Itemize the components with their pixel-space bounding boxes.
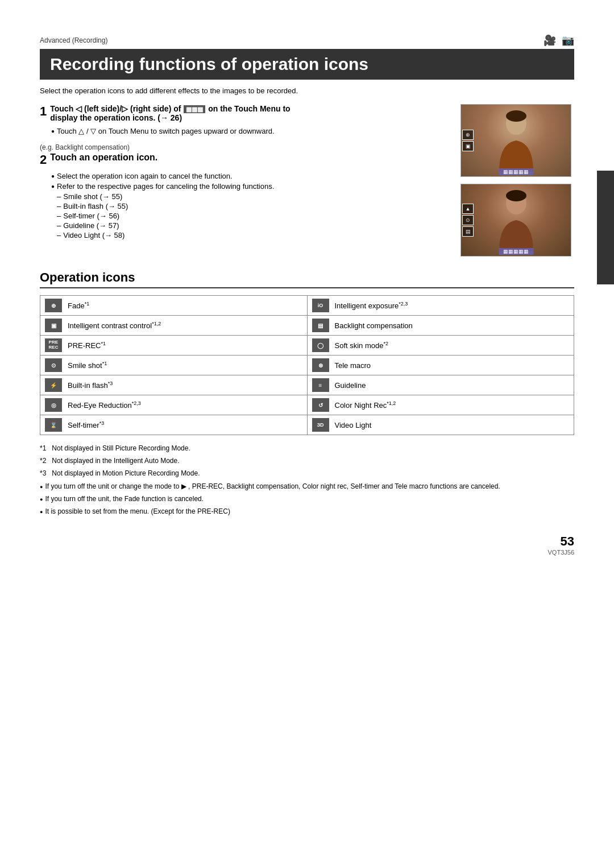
- redeye-label: Red-Eye Reduction*2,3: [68, 400, 141, 410]
- icon-row-fade: ⊕ Fade*1: [40, 296, 308, 316]
- footnote-bullet-3: It is possible to set from the menu. (Ex…: [40, 506, 574, 517]
- backlight-label: Backlight compensation: [335, 321, 413, 330]
- top-icons: 🎥 📷: [544, 34, 574, 47]
- videolight-label: Video Light: [335, 421, 372, 429]
- step2-line: 2 Touch an operation icon.: [40, 152, 449, 167]
- step2-bullet1: Select the operation icon again to cance…: [51, 172, 449, 180]
- step2-container: (e.g. Backlight compensation) 2 Touch an…: [40, 143, 449, 239]
- svg-point-3: [506, 190, 526, 201]
- subtitle-text: Select the operation icons to add differ…: [40, 86, 574, 95]
- step2-bullet1-text: Select the operation icon again to cance…: [57, 172, 233, 180]
- intelligent-exposure-label: Intelligent exposure*2,3: [335, 301, 408, 310]
- portrait-image-bottom: ▲ ⊙ ▤ ▦▦▦▦▦: [460, 184, 571, 257]
- portrait-person-top-bg: [461, 105, 571, 176]
- icon-row-prerec: PREREC PRE-REC*1: [40, 336, 308, 356]
- prerec-label: PRE-REC*1: [68, 341, 106, 350]
- portrait-top-icon1: ⊕: [462, 130, 474, 140]
- portrait-bottom-icon1: ▲: [462, 204, 474, 214]
- prerec-icon: PREREC: [45, 338, 62, 352]
- step1-number: 1: [40, 104, 47, 119]
- icon-row-colornight: ↺ Color Night Rec*1,2: [308, 395, 575, 415]
- backlight-icon: ▤: [312, 319, 329, 332]
- footnotes: *1 Not displayed in Still Picture Record…: [40, 443, 574, 517]
- version-ref: VQT3J56: [40, 549, 574, 556]
- step1-content: Touch ◁ (left side)/▷ (right side) of ▦▦…: [50, 104, 290, 122]
- icons-table: ⊕ Fade*1 iO Intelligent exposure*2,3 ▣ I…: [40, 295, 574, 435]
- footnote-3: *3 Not displayed in Motion Picture Recor…: [40, 468, 574, 479]
- selftimer-icon: ⌛: [45, 418, 62, 432]
- fade-label: Fade*1: [68, 301, 89, 310]
- page-container: Advanced (Recording) 🎥 📷 Recording funct…: [0, 0, 614, 868]
- step2-label: (e.g. Backlight compensation): [40, 143, 449, 151]
- icon-row-videolight: ЗD Video Light: [308, 415, 575, 435]
- icon-row-backlight: ▤ Backlight compensation: [308, 316, 575, 336]
- portrait-bottom-icon3: ▤: [462, 226, 474, 237]
- flash-icon: ⚡: [45, 378, 62, 392]
- softskin-icon: ◯: [312, 338, 329, 352]
- portrait-top-menu-bar: ▦▦▦▦▦: [499, 168, 533, 175]
- portrait-top-ui-left: ⊕ ▣: [462, 130, 474, 151]
- step1-bullet1: Touch △ / ▽ on Touch Menu to switch page…: [51, 127, 449, 135]
- main-content: 1 Touch ◁ (left side)/▷ (right side) of …: [40, 104, 574, 257]
- step2-main-text: Touch an operation icon.: [50, 152, 157, 163]
- camcorder-icon: 🎥: [544, 34, 556, 47]
- step1: 1 Touch ◁ (left side)/▷ (right side) of …: [40, 104, 449, 122]
- softskin-label: Soft skin mode*2: [335, 341, 389, 350]
- footnote-1: *1 Not displayed in Still Picture Record…: [40, 443, 574, 454]
- step1-text: Touch ◁ (left side)/▷ (right side) of ▦▦…: [50, 104, 290, 122]
- portrait-top-icon2: ▣: [462, 141, 474, 151]
- portrait-bottom-menu-bar: ▦▦▦▦▦: [499, 248, 533, 255]
- footnote-bullet-1: If you turn off the unit or change the m…: [40, 481, 574, 492]
- icon-row-intelligent-contrast: ▣ Intelligent contrast control*1,2: [40, 316, 308, 336]
- menu-icon: ▦▦▦: [183, 105, 206, 114]
- sidebar-black-tab: [597, 171, 614, 284]
- smile-label: Smile shot*1: [68, 361, 107, 370]
- telemacro-icon: ⊛: [312, 358, 329, 372]
- dash-item-1: Smile shot (→ 55): [57, 192, 449, 201]
- colornight-label: Color Night Rec*1,2: [335, 400, 396, 410]
- step1-bullet1-text: Touch △ / ▽ on Touch Menu to switch page…: [57, 127, 275, 135]
- icon-row-smile: ⊙ Smile shot*1: [40, 356, 308, 375]
- section-label: Advanced (Recording): [40, 36, 107, 44]
- operation-icons-title: Operation icons: [40, 270, 574, 288]
- icon-row-flash: ⚡ Built-in flash*3: [40, 375, 308, 395]
- flash-label: Built-in flash*3: [68, 381, 113, 390]
- page-title: Recording functions of operation icons: [40, 49, 574, 80]
- intelligent-contrast-icon: ▣: [45, 319, 62, 332]
- videolight-icon: ЗD: [312, 418, 329, 432]
- page-number: 53: [40, 534, 574, 549]
- colornight-icon: ↺: [312, 398, 329, 412]
- section-left: 1 Touch ◁ (left side)/▷ (right side) of …: [40, 104, 449, 257]
- person-svg-top: [493, 109, 539, 172]
- footnote-2: *2 Not displayed in the Intelligent Auto…: [40, 456, 574, 466]
- operation-section: Operation icons ⊕ Fade*1 iO Intelligent …: [40, 270, 574, 517]
- telemacro-label: Tele macro: [335, 361, 371, 370]
- intelligent-contrast-label: Intelligent contrast control*1,2: [68, 321, 161, 330]
- icon-row-intelligent-exposure: iO Intelligent exposure*2,3: [308, 296, 575, 316]
- portrait-image-top: ⊕ ▣ ▦▦▦▦▦: [460, 104, 571, 177]
- smile-icon: ⊙: [45, 358, 62, 372]
- dash-item-2: Built-in flash (→ 55): [57, 202, 449, 210]
- step2-number: 2: [40, 152, 47, 167]
- step2-bullet2-text: Refer to the respective pages for cancel…: [57, 182, 274, 191]
- icon-row-selftimer: ⌛ Self-timer*3: [40, 415, 308, 435]
- selftimer-label: Self-timer*3: [68, 420, 104, 429]
- top-label-row: Advanced (Recording) 🎥 📷: [40, 34, 574, 47]
- svg-point-1: [506, 110, 526, 122]
- intelligent-exposure-icon: iO: [312, 299, 329, 312]
- guideline-label: Guideline: [335, 381, 366, 390]
- portrait-person-bottom-bg: [461, 184, 571, 256]
- step2-bullet2: Refer to the respective pages for cancel…: [51, 182, 449, 191]
- icon-row-redeye: ◎ Red-Eye Reduction*2,3: [40, 395, 308, 415]
- person-svg-bottom: [493, 189, 539, 251]
- section-right-images: ⊕ ▣ ▦▦▦▦▦ ▲ ⊙ ▤: [460, 104, 574, 257]
- icon-row-softskim: ◯ Soft skin mode*2: [308, 336, 575, 356]
- footnote-bullet-2: If you turn off the unit, the Fade funct…: [40, 494, 574, 505]
- icon-row-telemacro: ⊛ Tele macro: [308, 356, 575, 375]
- dash-item-4: Guideline (→ 57): [57, 221, 449, 230]
- portrait-bottom-ui-left: ▲ ⊙ ▤: [462, 204, 474, 237]
- portrait-bottom-icon2: ⊙: [462, 215, 474, 225]
- guideline-icon: ≡: [312, 378, 329, 392]
- camera-icon: 📷: [562, 34, 574, 47]
- dash-item-5: Video Light (→ 58): [57, 231, 449, 239]
